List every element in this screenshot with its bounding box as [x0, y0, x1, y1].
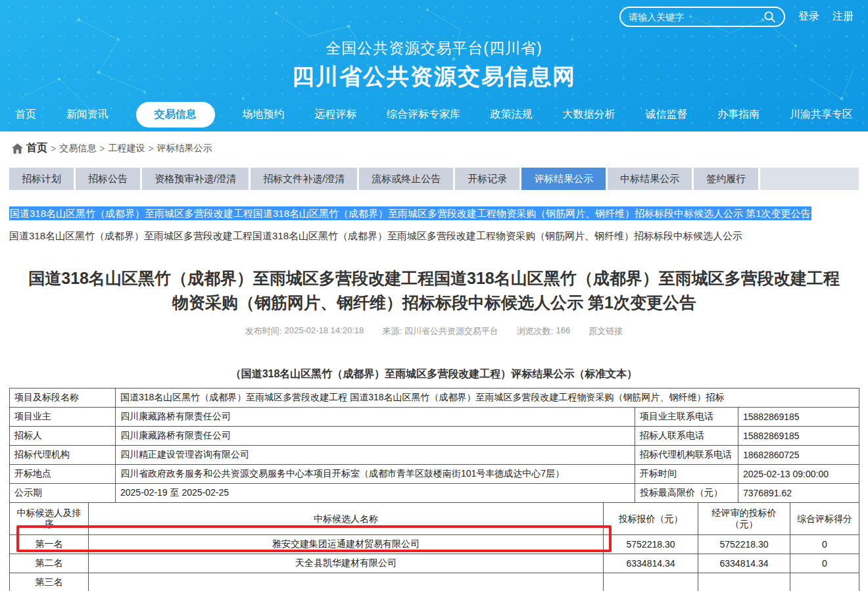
cell-bid-price: 6334814.34: [604, 554, 698, 573]
column-header-reviewed-price: 经评审的投标价（元）: [698, 503, 790, 535]
breadcrumb: 首页 > 交易信息 > 工程建设 > 评标结果公示: [0, 131, 868, 155]
cell-value: 四川省政府政务服务和公共资源交易服务中心本项目开标室（成都市青羊区鼓楼南街101…: [116, 465, 635, 484]
announcement-list: 国道318名山区黑竹（成都界）至雨城区多营段改建工程国道318名山区黑竹（成都界…: [9, 206, 859, 243]
category-tabs: 招标计划 招标公告 资格预审补遗/澄清 招标文件补遗/澄清 流标或终止公告 开标…: [9, 168, 859, 190]
cell-value: 15882869185: [738, 427, 859, 446]
login-link[interactable]: 登录: [798, 10, 819, 24]
candidate-row-second: 第二名 天全县凯华建材有限公司 6334814.34 6334814.34 0: [10, 554, 859, 573]
candidates-header-row: 中标候选人及排序 中标候选人名称 投标报价（元） 经评审的投标价（元） 综合评标…: [10, 503, 859, 535]
cell-value: 四川康藏路桥有限责任公司: [116, 427, 635, 446]
table-row: 招标代理机构 四川精正建设管理咨询有限公司 招标代理机构联系电话 1868286…: [10, 446, 859, 465]
nav-item-expert-pool[interactable]: 综合评标专家库: [384, 102, 463, 128]
cell-rank: 第二名: [10, 554, 89, 573]
nav-item-home[interactable]: 首页: [12, 102, 39, 128]
breadcrumb-separator: >: [99, 143, 105, 154]
site-header: 登录 注册 全国公共资源交易平台(四川省) 四川省公共资源交易信息网 首页 新闻…: [0, 0, 868, 131]
breadcrumb-engineering[interactable]: 工程建设: [108, 143, 145, 154]
cell-score: 0: [790, 535, 859, 554]
tab-winning-results[interactable]: 中标结果公示: [608, 168, 692, 190]
cell-value: 2025-02-19 至 2025-02-25: [116, 484, 635, 503]
cell-value: 国道318名山区黑竹（成都界）至雨城区多营段改建工程 国道318名山区黑竹（成都…: [116, 389, 859, 408]
breadcrumb-separator: >: [51, 143, 56, 154]
cell-bid-price: 5752218.30: [604, 535, 698, 554]
article-meta: 发布时间:2025-02-18 14:20:18 来源:四川省公共资源交易平台 …: [0, 325, 868, 337]
table-row: 项目业主 四川康藏路桥有限责任公司 项目业主联系电话 15882869185: [10, 408, 859, 427]
breadcrumb-separator: >: [148, 143, 153, 154]
breadcrumb-evaluation-results[interactable]: 评标结果公示: [157, 143, 212, 154]
column-header-score: 综合评标得分: [790, 503, 859, 535]
tab-bid-announcement[interactable]: 招标公告: [76, 168, 140, 190]
tab-bid-opening-record[interactable]: 开标记录: [455, 168, 519, 190]
cell-label: 招标代理机构联系电话: [635, 446, 738, 465]
project-info-table: 项目及标段名称 国道318名山区黑竹（成都界）至雨城区多营段改建工程 国道318…: [9, 388, 859, 503]
publish-time: 发布时间:2025-02-18 14:20:18: [245, 325, 364, 337]
cell-score: 0: [790, 554, 859, 573]
breadcrumb-trade-info[interactable]: 交易信息: [59, 143, 96, 154]
cell-label: 项目业主联系电话: [635, 408, 738, 427]
column-header-bid-price: 投标报价（元）: [604, 503, 698, 535]
tabs-filler: [760, 168, 859, 190]
nav-item-news[interactable]: 新闻资讯: [64, 102, 111, 128]
cell-value: 15882869185: [738, 408, 859, 427]
tab-failed-or-terminated[interactable]: 流标或终止公告: [359, 168, 453, 190]
cell-candidate-name: 天全县凯华建材有限公司: [89, 554, 604, 573]
tab-bid-doc-clarification[interactable]: 招标文件补遗/澄清: [251, 168, 357, 190]
search-input[interactable]: [629, 12, 763, 22]
cell-label: 招标人: [10, 427, 116, 446]
table-row: 公示期 2025-02-19 至 2025-02-25 投标最高限价（元） 73…: [10, 484, 859, 503]
candidate-row-third: 第三名: [10, 573, 859, 591]
cell-label: 投标最高限价（元）: [635, 484, 738, 503]
topbar: 登录 注册: [619, 7, 854, 27]
cell-value: 四川康藏路桥有限责任公司: [116, 408, 635, 427]
site-title: 四川省公共资源交易信息网: [0, 62, 868, 92]
breadcrumb-home[interactable]: 首页: [26, 141, 47, 155]
cell-rank: 第三名: [10, 573, 89, 591]
cell-label: 开标地点: [10, 465, 116, 484]
tab-prequalification-clarification[interactable]: 资格预审补遗/澄清: [142, 168, 249, 190]
tab-evaluation-results[interactable]: 评标结果公示: [521, 168, 606, 190]
search-icon[interactable]: [763, 11, 776, 23]
cell-bid-price: [604, 573, 698, 591]
nav-item-remote-evaluation[interactable]: 远程评标: [312, 102, 359, 128]
home-icon[interactable]: [12, 143, 23, 154]
list-item[interactable]: 国道318名山区黑竹（成都界）至雨城区多营段改建工程国道318名山区黑竹（成都界…: [9, 230, 859, 243]
article-title: 国道318名山区黑竹（成都界）至雨城区多营段改建工程国道318名山区黑竹（成都界…: [23, 266, 845, 315]
nav-item-big-data[interactable]: 大数据分析: [560, 102, 618, 128]
nav-item-guide[interactable]: 办事指南: [715, 102, 762, 128]
cell-candidate-name: [89, 573, 604, 591]
main-nav: 首页 新闻资讯 交易信息 场地预约 远程评标 综合评标专家库 政策法规 大数据分…: [0, 102, 868, 128]
tab-bid-plan[interactable]: 招标计划: [9, 168, 74, 190]
search-box[interactable]: [619, 7, 785, 27]
source: 来源:四川省公共资源交易平台: [382, 325, 498, 337]
cell-label: 招标人联系电话: [635, 427, 738, 446]
nav-item-policies[interactable]: 政策法规: [488, 102, 535, 128]
view-count: 浏览次数:166: [517, 325, 570, 337]
table-row: 招标人 四川康藏路桥有限责任公司 招标人联系电话 15882869185: [10, 427, 859, 446]
site-subtitle: 全国公共资源交易平台(四川省): [0, 38, 868, 59]
register-link[interactable]: 注册: [832, 10, 854, 24]
cell-value: 18682860725: [738, 446, 859, 465]
document-caption: （国道318名山区黑竹（成都界）至雨城区多营段改建工程）评标结果公示（标准文本）: [0, 367, 868, 381]
nav-item-trade-info[interactable]: 交易信息: [136, 102, 215, 128]
cell-label: 项目业主: [10, 408, 116, 427]
tab-contract-performance[interactable]: 签约履行: [694, 168, 758, 190]
cell-label: 项目及标段名称: [10, 389, 116, 408]
cell-label: 招标代理机构: [10, 446, 116, 465]
cell-value: 2025-02-13 09:00:00: [738, 465, 859, 484]
candidate-row-first: 第一名 雅安交建集团运通建材贸易有限公司 5752218.30 5752218.…: [10, 535, 859, 554]
cell-rank: 第一名: [10, 535, 89, 554]
cell-label: 开标时间: [635, 465, 738, 484]
cell-value: 7376891.62: [738, 484, 859, 503]
nav-item-chuanyu-zone[interactable]: 川渝共享专区: [787, 102, 856, 128]
table-row: 项目及标段名称 国道318名山区黑竹（成都界）至雨城区多营段改建工程 国道318…: [10, 389, 859, 408]
cell-reviewed-price: 6334814.34: [698, 554, 790, 573]
list-item-highlighted[interactable]: 国道318名山区黑竹（成都界）至雨城区多营段改建工程国道318名山区黑竹（成都界…: [9, 206, 811, 220]
list-row: 国道318名山区黑竹（成都界）至雨城区多营段改建工程国道318名山区黑竹（成都界…: [9, 206, 859, 221]
column-header-name: 中标候选人名称: [89, 503, 604, 535]
cell-candidate-name: 雅安交建集团运通建材贸易有限公司: [89, 535, 604, 554]
nav-item-venue-booking[interactable]: 场地预约: [239, 102, 287, 128]
nav-item-integrity[interactable]: 诚信监督: [642, 102, 690, 128]
column-header-rank: 中标候选人及排序: [10, 503, 89, 535]
cell-label: 公示期: [10, 484, 116, 503]
original-text-link[interactable]: 原文链接: [589, 325, 623, 337]
